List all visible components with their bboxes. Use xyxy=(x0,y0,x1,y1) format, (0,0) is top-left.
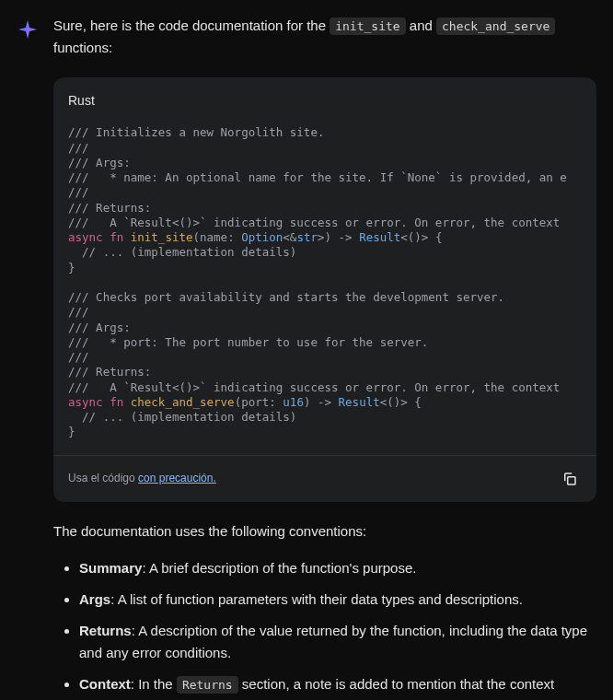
intro-text-2: and xyxy=(406,18,436,33)
conventions-list: Summary: A brief description of the func… xyxy=(53,557,596,700)
copy-icon xyxy=(561,471,578,487)
code-footer: Usa el código con precaución. xyxy=(53,455,596,502)
code-content: /// Initializes a new Norgolith site. //… xyxy=(53,120,596,454)
list-item: Args: A list of function parameters with… xyxy=(79,589,596,611)
item-desc-before: : In the xyxy=(131,676,177,692)
list-item: Context: In the Returns section, a note … xyxy=(79,673,596,700)
item-desc: : A brief description of the function's … xyxy=(142,560,416,576)
item-desc: : A description of the value returned by… xyxy=(79,623,587,660)
inline-code-returns: Returns xyxy=(177,676,238,694)
list-item: Returns: A description of the value retu… xyxy=(79,620,596,664)
svg-rect-0 xyxy=(568,476,575,484)
code-language-label: Rust xyxy=(53,77,596,120)
item-desc: : A list of function parameters with the… xyxy=(110,591,523,607)
copy-button[interactable] xyxy=(558,467,582,491)
item-title: Args xyxy=(79,591,110,607)
intro-paragraph: Sure, here is the code documentation for… xyxy=(53,15,596,59)
message-container: Sure, here is the code documentation for… xyxy=(0,0,613,700)
message-content: Sure, here is the code documentation for… xyxy=(53,15,596,700)
item-title: Returns xyxy=(79,623,132,638)
intro-text-3: functions: xyxy=(53,40,112,55)
gemini-star-icon xyxy=(17,18,39,41)
intro-text-1: Sure, here is the code documentation for… xyxy=(53,18,330,33)
list-item: Summary: A brief description of the func… xyxy=(79,557,596,579)
conventions-intro: The documentation uses the following con… xyxy=(53,520,596,542)
code-footer-text: Usa el código con precaución. xyxy=(68,470,216,487)
code-caution-link[interactable]: con precaución. xyxy=(138,472,216,484)
item-title: Summary xyxy=(79,560,142,576)
inline-code-init-site: init_site xyxy=(330,18,405,35)
inline-code-check-and-serve: check_and_serve xyxy=(436,18,555,35)
item-title: Context xyxy=(79,676,131,692)
code-block: Rust /// Initializes a new Norgolith sit… xyxy=(53,77,596,502)
